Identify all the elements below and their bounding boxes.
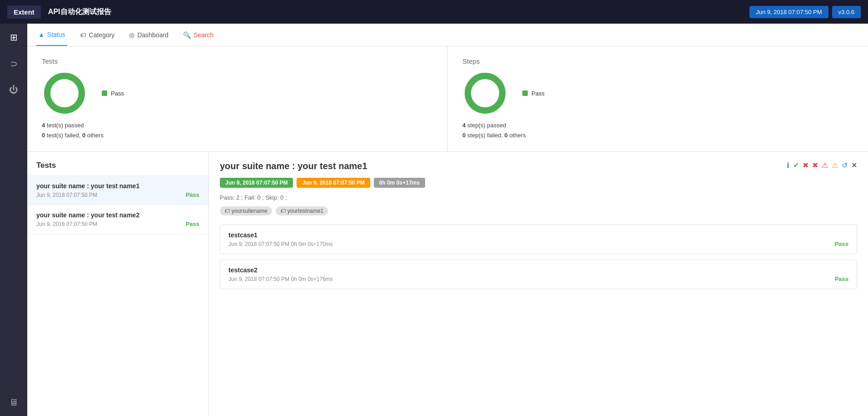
testcase-1-name: testcase1 [228, 231, 848, 239]
content-row: Tests your suite name : your test name1 … [27, 152, 868, 416]
grid-icon[interactable]: ⊞ [6, 28, 21, 46]
tag-test-icon: 🏷 [280, 208, 286, 214]
search-icon: 🔍 [183, 31, 191, 39]
tests-failed-text: test(s) failed, [47, 132, 82, 139]
tag-suite: 🏷 yoursuitename [220, 206, 272, 216]
tag-suite-icon: 🏷 [224, 208, 230, 214]
test-item-1[interactable]: your suite name : your test name1 Jun 9,… [27, 176, 208, 205]
nav-status-label: Status [47, 31, 65, 38]
nav-bar: ▲ Status 🏷 Category ◎ Dashboard 🔍 Search [27, 24, 868, 46]
tests-stats: 4 test(s) passed 0 test(s) failed, 0 oth… [42, 120, 104, 140]
tests-donut-svg [42, 70, 87, 116]
main-layout: ⊞ ⊃ ⏻ 🖥 ▲ Status 🏷 Category ◎ Dashboard … [0, 24, 868, 416]
tests-pass-label: Pass [111, 90, 124, 97]
summary-row: Tests Pass [27, 46, 868, 152]
tag-icon[interactable]: ⊃ [6, 55, 21, 73]
steps-others-count: 0 [505, 132, 508, 139]
testcase-card-2[interactable]: testcase2 Jun 9, 2018 07:07:50 PM 0h 0m … [220, 260, 857, 289]
header-left: Extent API自动化测试报告 [7, 5, 111, 19]
tests-failed-count: 0 [42, 132, 45, 139]
testcase-2-meta: Jun 9, 2018 07:07:50 PM 0h 0m 0s+176ms P… [228, 276, 848, 282]
test-item-2-time: Jun 9, 2018 07:07:50 PM [36, 221, 97, 227]
tests-others-text: others [87, 132, 104, 139]
testcase-2-datetime: Jun 9, 2018 07:07:50 PM [228, 276, 289, 282]
testcase-2-time: Jun 9, 2018 07:07:50 PM 0h 0m 0s+176ms [228, 276, 333, 282]
power-icon[interactable]: ⏻ [5, 81, 22, 99]
testcase-card-1[interactable]: testcase1 Jun 9, 2018 07:07:50 PM 0h 0m … [220, 225, 857, 254]
detail-badges: Jun 9, 2018 07:07:50 PM Jun 9, 2018 07:0… [220, 178, 857, 188]
steps-legend: Pass [522, 90, 545, 97]
steps-stats-line1: 4 step(s) passed [462, 120, 526, 130]
main-content: ▲ Status 🏷 Category ◎ Dashboard 🔍 Search… [27, 24, 868, 416]
nav-category-label: Category [89, 31, 115, 39]
app-name: Extent [7, 5, 41, 19]
tests-passed-text: test(s) passed [47, 122, 84, 129]
steps-donut [462, 70, 508, 116]
category-icon: 🏷 [80, 31, 86, 39]
tests-card-body: Pass [42, 70, 433, 116]
badge-start: Jun 9, 2018 07:07:50 PM [220, 178, 293, 188]
steps-card-title: Steps [462, 57, 480, 65]
refresh-action-icon[interactable]: ↺ [842, 161, 848, 170]
detail-actions: ℹ ✔ ✖ ✖ ⚠ ⚠ ↺ ✕ [787, 161, 857, 170]
svg-point-0 [47, 76, 82, 110]
testcase-1-time: Jun 9, 2018 07:07:50 PM 0h 0m 0s+170ms [228, 241, 333, 247]
testcase-1-status: Pass [835, 241, 848, 247]
info-action-icon[interactable]: ℹ [787, 161, 789, 170]
test-item-1-status: Pass [186, 191, 199, 198]
testcase-1-datetime: Jun 9, 2018 07:07:50 PM [228, 241, 289, 247]
test-item-2[interactable]: your suite name : your test name2 Jun 9,… [27, 205, 208, 234]
monitor-icon[interactable]: 🖥 [5, 394, 22, 411]
sidebar-bottom: 🖥 [5, 394, 22, 411]
close-red-action-icon[interactable]: ✖ [803, 161, 808, 170]
steps-pass-label: Pass [531, 90, 545, 97]
steps-pass-legend: Pass [522, 90, 545, 97]
top-header: Extent API自动化测试报告 Jun 9, 2018 07:07:50 P… [0, 0, 868, 24]
nav-search-label: Search [193, 31, 213, 39]
steps-passed-count: 4 [462, 122, 466, 129]
tests-stats-line1: 4 test(s) passed [42, 120, 104, 130]
tests-pass-dot [102, 90, 107, 96]
steps-others-text: others [509, 132, 526, 139]
test-item-2-meta: Jun 9, 2018 07:07:50 PM Pass [36, 221, 199, 227]
warning-action-icon[interactable]: ⚠ [822, 161, 828, 170]
sidebar: ⊞ ⊃ ⏻ 🖥 [0, 24, 27, 416]
detail-tags: 🏷 yoursuitename 🏷 yourtestname1 [220, 206, 857, 216]
page-title: API自动化测试报告 [48, 7, 111, 17]
badge-duration: 0h 0m 0s+17ms [374, 178, 425, 188]
steps-pass-dot [522, 90, 528, 96]
tag-suite-label: yoursuitename [232, 208, 268, 214]
steps-failed-text: step(s) failed, [467, 132, 505, 139]
tag-test-label: yourtestname1 [288, 208, 323, 214]
check-action-icon[interactable]: ✔ [793, 161, 799, 170]
test-item-2-name: your suite name : your test name2 [36, 211, 199, 219]
steps-stats-line2: 0 step(s) failed, 0 others [462, 130, 526, 140]
nav-search[interactable]: 🔍 Search [181, 24, 215, 46]
nav-category[interactable]: 🏷 Category [78, 24, 117, 46]
nav-dashboard[interactable]: ◎ Dashboard [127, 24, 170, 46]
detail-title-area: your suite name : your test name1 [220, 161, 367, 178]
tests-donut [42, 70, 87, 116]
steps-passed-text: step(s) passed [467, 122, 506, 129]
close-detail-icon[interactable]: ✕ [851, 161, 857, 170]
nav-dashboard-label: Dashboard [137, 31, 169, 39]
datetime-badge: Jun 9, 2018 07:07:50 PM [749, 6, 828, 18]
test-item-2-status: Pass [186, 221, 199, 227]
close-red2-action-icon[interactable]: ✖ [812, 161, 818, 170]
testcase-1-duration: 0h 0m 0s+170ms [291, 241, 332, 247]
tests-summary-card: Tests Pass [27, 46, 448, 151]
test-item-1-name: your suite name : your test name1 [36, 182, 199, 190]
tag-test: 🏷 yourtestname1 [276, 206, 328, 216]
detail-title: your suite name : your test name1 [220, 161, 367, 171]
tests-pass-legend: Pass [102, 90, 124, 97]
detail-panel: your suite name : your test name1 ℹ ✔ ✖ … [209, 152, 868, 416]
testcase-2-status: Pass [835, 276, 848, 282]
status-icon: ▲ [38, 31, 45, 38]
testcase-2-duration: 0h 0m 0s+176ms [291, 276, 332, 282]
steps-card-body: Pass [462, 70, 853, 116]
triangle-action-icon[interactable]: ⚠ [832, 161, 838, 170]
tests-panel-header: Tests [27, 152, 208, 176]
header-right: Jun 9, 2018 07:07:50 PM v3.0.6 [749, 6, 861, 18]
nav-status[interactable]: ▲ Status [36, 24, 67, 46]
steps-stats: 4 step(s) passed 0 step(s) failed, 0 oth… [462, 120, 526, 140]
